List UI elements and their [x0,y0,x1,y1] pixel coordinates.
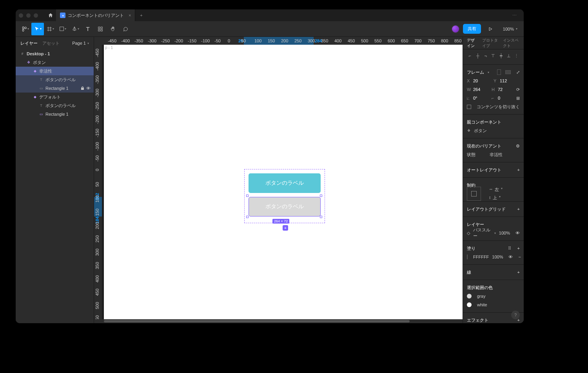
page-selector[interactable]: Page 1▾ [72,41,89,45]
ruler-tick: 450 [348,38,355,43]
svg-rect-3 [60,27,64,31]
figma-file-icon: ⬥ [60,13,65,18]
menu-icon[interactable]: ⋯ [509,13,521,18]
autolayout-title: オートレイアウト [467,167,501,173]
text-tool[interactable]: T [82,23,94,35]
assets-tab[interactable]: アセット [42,40,60,46]
layer-text-1[interactable]: Tボタンのラベル [16,75,94,84]
layer-component[interactable]: ❖ボタン [16,58,94,67]
h-scrollbar[interactable] [94,319,463,323]
independent-corners-icon[interactable]: ⊞ [516,96,520,101]
current-variant-title: 現在のバリアント [467,143,501,149]
new-tab-button[interactable]: + [135,13,147,18]
traffic-lights[interactable] [19,13,38,18]
canvas[interactable]: p - 1 ボタンのラベル ボタンのラベル 264 × 72 + [102,45,463,319]
main-menu-button[interactable]: ▾ [19,23,31,35]
home-icon[interactable] [45,10,56,21]
visibility-icon[interactable]: 👁︎ [515,231,520,235]
add-autolayout-button[interactable]: + [517,167,520,172]
align-right-icon[interactable]: ¬ [483,53,489,59]
user-avatar[interactable] [451,25,460,33]
hand-tool[interactable] [107,23,119,35]
ruler-tick: -300 [148,38,156,43]
fill-style-icon[interactable]: ⠿ [508,246,511,251]
ruler-horizontal: 20 284 -450-400-350-300-250-200-150-100-… [94,37,463,45]
distribute-icon[interactable]: ⋮ [514,53,520,59]
pen-tool[interactable]: ▾ [69,23,82,35]
x-input[interactable]: 20 [473,78,478,83]
orientation-portrait-icon[interactable] [497,69,501,75]
align-bottom-icon[interactable]: ⊥ [506,53,512,59]
angle-icon: ⟀ [467,96,472,100]
add-grid-button[interactable]: + [517,207,520,211]
visibility-icon[interactable]: 👁︎ [86,86,91,91]
add-variant-button[interactable]: + [283,225,288,231]
ruler-vertical: 112 184 -450-400-350-300-250-200-150-100… [94,45,102,319]
color-swatch-white[interactable] [467,302,472,307]
close-icon[interactable]: × [129,13,131,18]
variant-value-input[interactable]: 非活性 [490,152,503,158]
inspect-tab[interactable]: インスペクト [503,38,520,49]
fill-visibility-icon[interactable]: 👁︎ [508,255,513,259]
ruler-tick: 300 [308,38,315,43]
ruler-tick: 400 [334,38,341,43]
align-left-icon[interactable]: ⌐ [467,53,473,59]
frame-tool[interactable]: ▾ [44,23,56,35]
variant-set-frame[interactable]: ボタンのラベル ボタンのラベル [244,169,325,223]
layer-frame[interactable]: #Desktop - 1 [16,49,94,58]
file-tab[interactable]: ⬥ コンポーネントのバリアント × [56,9,135,21]
align-hcenter-icon[interactable]: ┼ [475,53,481,59]
fill-swatch[interactable] [467,255,468,259]
orientation-landscape-icon[interactable] [505,70,511,74]
v-constraint-select[interactable]: 上 [493,195,497,201]
variant-settings-icon[interactable]: ⚙︎ [516,144,520,149]
opacity-input[interactable]: 100% [499,231,510,235]
h-constraint-select[interactable]: 左 [495,187,499,193]
color-swatch-gray[interactable] [467,294,472,298]
ruler-tick: 400 [95,275,100,282]
remove-fill-button[interactable]: − [518,255,521,259]
fill-hex-input[interactable]: FFFFFF [473,255,489,259]
h-input[interactable]: 72 [498,87,503,92]
align-vcenter-icon[interactable]: ┿ [498,53,504,59]
y-input[interactable]: 112 [500,78,507,83]
move-tool[interactable]: ▾ [31,23,44,35]
blend-mode-select[interactable]: パススルー [473,227,491,239]
present-button[interactable] [484,23,497,35]
add-fill-button[interactable]: + [517,246,520,251]
rotation-input[interactable]: 0° [473,96,477,100]
clip-checkbox[interactable] [467,105,471,109]
lock-icon[interactable]: 🔒︎ [80,86,85,91]
shape-tool[interactable]: ▾ [56,23,69,35]
constraints-widget[interactable] [467,187,481,201]
align-top-icon[interactable]: ⊤ [490,53,496,59]
resize-fit-icon[interactable]: ⤢ [516,70,520,75]
w-input[interactable]: 264 [473,87,480,92]
layer-text-2[interactable]: Tボタンのラベル [16,101,94,110]
artboard[interactable]: ボタンのラベル ボタンのラベル 264 × 72 + [104,45,463,319]
help-button[interactable]: ? [511,311,520,319]
link-wh-icon[interactable]: ⟳ [516,87,520,92]
comment-tool[interactable] [119,23,132,35]
share-button[interactable]: 共有 [463,24,481,34]
button-inactive-selected[interactable]: ボタンのラベル [249,197,321,217]
design-tab[interactable]: デザイン [467,38,478,49]
ruler-tick: -400 [121,38,130,43]
layer-variant-default[interactable]: ◆デフォルト [16,93,94,101]
variant-prop-label: 状態 [467,152,486,158]
prototype-tab[interactable]: プロトタイプ [482,38,499,49]
fill-opacity-input[interactable]: 100% [492,255,503,259]
layers-tab[interactable]: レイヤー [20,40,38,46]
add-stroke-button[interactable]: + [517,270,520,275]
radius-input[interactable]: 0 [498,96,500,100]
layer-rect-2[interactable]: ▭Rectangle 1 [16,110,94,118]
zoom-select[interactable]: 100%▾ [500,27,521,31]
button-default[interactable]: ボタンのラベル [249,173,321,193]
layer-rect-1[interactable]: ▭Rectangle 1🔒︎👁︎ [16,84,94,93]
layer-variant-inactive[interactable]: ◆非活性 [16,67,94,75]
resources-tool[interactable] [94,23,107,35]
tab-title: コンポーネントのバリアント [68,13,124,18]
parent-component-link[interactable]: ボタン [474,128,487,134]
left-panel: レイヤー アセット Page 1▾ #Desktop - 1 ❖ボタン ◆非活性… [16,37,94,323]
frame-label[interactable]: p - 1 [105,45,113,50]
